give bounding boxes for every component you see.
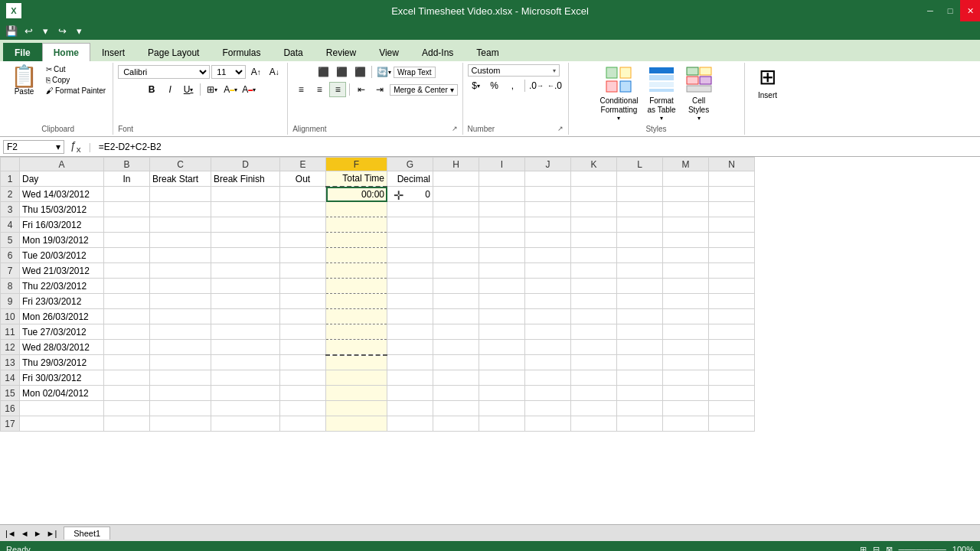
cell[interactable] [150,248,211,263]
cell[interactable] [571,340,617,355]
cell[interactable] [104,355,150,370]
tab-file[interactable]: File [3,43,42,61]
cell[interactable]: Thu 29/03/2012 [20,355,104,370]
cell[interactable] [663,279,709,294]
cell[interactable] [571,248,617,263]
cell[interactable] [571,309,617,324]
number-format-select[interactable]: Custom ▾ [468,64,560,77]
cell[interactable] [525,355,571,370]
font-name-select[interactable]: Calibri [118,65,210,79]
cell[interactable] [479,324,525,340]
conditional-formatting-button[interactable]: ConditionalFormatting ▾ [596,64,641,123]
col-header-A[interactable]: A [20,158,104,171]
cell[interactable] [663,294,709,309]
cell[interactable] [211,386,280,401]
cell[interactable] [525,294,571,309]
cell[interactable] [150,233,211,248]
cell[interactable] [387,233,433,248]
row-header-7[interactable]: 7 [1,263,20,279]
cell[interactable] [479,340,525,355]
cell[interactable] [663,355,709,370]
row-header-5[interactable]: 5 [1,233,20,248]
cell[interactable] [150,279,211,294]
cell[interactable] [525,401,571,416]
col-header-G[interactable]: G [387,158,433,171]
col-header-J[interactable]: J [525,158,571,171]
alignment-dialog-launcher[interactable]: ↗ [452,125,458,133]
close-button[interactable]: ✕ [960,0,980,21]
cell[interactable] [617,202,663,217]
cell[interactable] [663,233,709,248]
wrap-text-button[interactable]: Wrap Text [394,67,436,78]
cell[interactable] [150,294,211,309]
col-header-N[interactable]: N [709,158,755,171]
orientation-button[interactable]: 🔄▾ [375,64,392,80]
normal-view-button[interactable]: ⊞ [860,545,867,552]
tab-view[interactable]: View [368,43,410,61]
row-header-1[interactable]: 1 [1,171,20,187]
cell[interactable] [211,401,280,416]
cell[interactable] [433,171,479,187]
cell[interactable]: Fri 23/03/2012 [20,294,104,309]
cell[interactable] [326,340,387,355]
row-header-4[interactable]: 4 [1,217,20,233]
cell[interactable]: Fri 30/03/2012 [20,370,104,386]
cell[interactable] [326,401,387,416]
decrease-font-button[interactable]: A↓ [266,64,283,80]
col-header-I[interactable]: I [479,158,525,171]
cell[interactable]: Break Finish [211,171,280,187]
align-middle-button[interactable]: ⬛ [333,64,350,80]
cell[interactable] [150,401,211,416]
page-layout-view-button[interactable]: ⊟ [873,545,880,552]
cell[interactable] [525,324,571,340]
increase-font-button[interactable]: A↑ [247,64,264,80]
cell[interactable] [663,370,709,386]
cell[interactable] [104,370,150,386]
cell[interactable] [326,324,387,340]
cell[interactable] [104,294,150,309]
cell[interactable]: Mon 19/03/2012 [20,233,104,248]
cell[interactable] [387,263,433,279]
page-break-view-button[interactable]: ⊠ [886,545,893,552]
cell[interactable] [433,386,479,401]
cell[interactable] [150,202,211,217]
cell[interactable] [104,202,150,217]
bold-button[interactable]: B [143,82,160,97]
cell[interactable] [525,279,571,294]
cell[interactable] [617,340,663,355]
cell[interactable] [433,279,479,294]
col-header-K[interactable]: K [571,158,617,171]
cell[interactable] [571,355,617,370]
cell[interactable] [326,248,387,263]
cell[interactable] [709,171,755,187]
cell[interactable] [433,401,479,416]
cell[interactable] [433,355,479,370]
cell[interactable] [479,309,525,324]
cell[interactable] [709,355,755,370]
cell[interactable]: Break Start [150,171,211,187]
cell[interactable] [479,279,525,294]
cell[interactable] [479,263,525,279]
cell[interactable] [709,279,755,294]
cell[interactable] [663,386,709,401]
cell[interactable]: Day [20,171,104,187]
cell[interactable] [433,416,479,432]
cell[interactable] [387,202,433,217]
cell[interactable] [479,355,525,370]
decrease-indent-button[interactable]: ⇤ [353,82,370,97]
cell[interactable] [104,248,150,263]
cell[interactable] [709,370,755,386]
align-center-button[interactable]: ≡ [311,82,328,97]
cell[interactable] [150,324,211,340]
redo-qat-button[interactable]: ↪ [55,24,69,37]
cell[interactable] [663,416,709,432]
cell[interactable] [326,279,387,294]
cell[interactable] [571,171,617,187]
cell[interactable] [433,248,479,263]
percent-button[interactable]: % [486,78,503,93]
tab-review[interactable]: Review [315,43,368,61]
cell[interactable] [387,324,433,340]
cell[interactable] [709,340,755,355]
cell[interactable] [433,217,479,233]
row-header-11[interactable]: 11 [1,324,20,340]
